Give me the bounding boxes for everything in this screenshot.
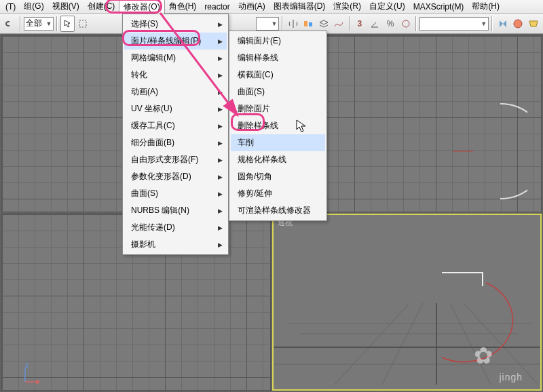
axis-gizmo-icon: zx [21, 366, 41, 386]
viewport-perspective[interactable]: 透视 ✿ jingh [272, 214, 542, 391]
snap-3-icon[interactable]: 3 [353, 16, 367, 32]
selection-filter-value: 全部 [26, 18, 42, 29]
named-selection-dropdown[interactable]: ▼ [256, 17, 280, 31]
snap-toggle-icon[interactable] [398, 16, 413, 32]
render-icon[interactable] [526, 16, 540, 32]
snap-angle-icon[interactable] [368, 16, 382, 32]
align-icon[interactable] [301, 16, 316, 32]
menu-item-mesh-edit[interactable]: 网格编辑(M)▶ [124, 50, 227, 66]
modifiers-menu: 选择(S)▶ 面片/样条线编辑(P)▶ 网格编辑(M)▶ 转化▶ 动画(A)▶ … [122, 14, 229, 255]
menu-modifiers[interactable]: 修改器(O) [119, 0, 164, 14]
patch-spline-submenu: 编辑面片(E) 编辑样条线 横截面(C) 曲面(S) 删除面片 删除样条线 车削… [229, 31, 327, 221]
menu-view[interactable]: 视图(V) [48, 0, 83, 14]
submenu-item-edit-patch[interactable]: 编辑面片(E) [231, 33, 325, 50]
menu-item-parametric[interactable]: 参数化变形器(D)▶ [124, 168, 227, 185]
menu-item-selection[interactable]: 选择(S)▶ [124, 16, 227, 33]
menu-item-convert[interactable]: 转化▶ [124, 66, 227, 83]
menu-graph[interactable]: 图表编辑器(D) [269, 0, 330, 14]
menu-item-uv[interactable]: UV 坐标(U)▶ [124, 100, 227, 117]
menu-anim[interactable]: 动画(A) [234, 0, 269, 14]
mirror-icon[interactable] [286, 16, 300, 32]
menu-item-cameras[interactable]: 摄影机▶ [124, 236, 227, 253]
select-cursor-icon[interactable] [60, 16, 75, 32]
menu-help[interactable]: 帮助(H) [468, 0, 504, 14]
menu-reactor[interactable]: reactor [200, 1, 233, 13]
svg-rect-2 [309, 22, 312, 26]
menu-customize[interactable]: 自定义(U) [365, 0, 409, 14]
svg-point-3 [402, 20, 409, 27]
selection-filter-dropdown[interactable]: 全部▼ [24, 17, 54, 31]
svg-point-4 [514, 20, 522, 28]
submenu-item-delete-patch[interactable]: 删除面片 [231, 100, 325, 117]
svg-rect-0 [79, 20, 86, 27]
watermark-flower-icon: ✿ [474, 342, 493, 369]
submenu-item-edit-spline[interactable]: 编辑样条线 [231, 50, 325, 66]
menu-item-cache[interactable]: 缓存工具(C)▶ [124, 117, 227, 134]
menu-item-surface[interactable]: 曲面(S)▶ [124, 185, 227, 202]
submenu-item-trim-extend[interactable]: 修剪/延伸 [231, 185, 325, 202]
menu-item-subdiv[interactable]: 细分曲面(B)▶ [124, 134, 227, 151]
curve-editor-icon[interactable] [332, 16, 346, 32]
menu-item-animation[interactable]: 动画(A)▶ [124, 83, 227, 100]
mirror-tool-icon[interactable] [495, 16, 510, 32]
menu-item-patch-spline[interactable]: 面片/样条线编辑(P)▶ [124, 33, 227, 50]
menu-create[interactable]: 创建(C) [83, 0, 119, 14]
watermark-text: jingh [499, 372, 523, 383]
menu-item-radiosity[interactable]: 光能传递(D)▶ [124, 219, 227, 236]
menu-render[interactable]: 渲染(R) [329, 0, 365, 14]
svg-line-12 [335, 303, 409, 385]
named-sets-dropdown[interactable]: ▼ [419, 17, 489, 31]
menu-item-nurbs[interactable]: NURBS 编辑(N)▶ [124, 202, 227, 219]
material-editor-icon[interactable] [511, 16, 525, 32]
submenu-item-normalize-spline[interactable]: 规格化样条线 [231, 151, 325, 168]
menu-group[interactable]: 组(G) [20, 0, 48, 14]
submenu-item-delete-spline[interactable]: 删除样条线 [231, 117, 325, 134]
svg-rect-1 [304, 21, 307, 26]
submenu-item-cross-section[interactable]: 横截面(C) [231, 66, 325, 83]
snap-percent-icon[interactable]: % [383, 16, 398, 32]
menu-item-ffd[interactable]: 自由形式变形器(F)▶ [124, 151, 227, 168]
menu-character[interactable]: 角色(H) [165, 0, 201, 14]
link-icon[interactable] [3, 16, 17, 32]
submenu-item-renderable-spline[interactable]: 可渲染样条线修改器 [231, 202, 325, 219]
select-rect-icon[interactable] [76, 16, 90, 32]
submenu-item-surface[interactable]: 曲面(S) [231, 83, 325, 100]
layer-icon[interactable] [316, 16, 331, 32]
submenu-item-fillet-chamfer[interactable]: 圆角/切角 [231, 168, 325, 185]
menu-t[interactable]: (T) [1, 1, 20, 13]
menu-bar: (T) 组(G) 视图(V) 创建(C) 修改器(O) 角色(H) reacto… [0, 0, 543, 14]
menu-maxscript[interactable]: MAXScript(M) [409, 1, 468, 13]
submenu-item-lathe[interactable]: 车削 [231, 134, 325, 151]
